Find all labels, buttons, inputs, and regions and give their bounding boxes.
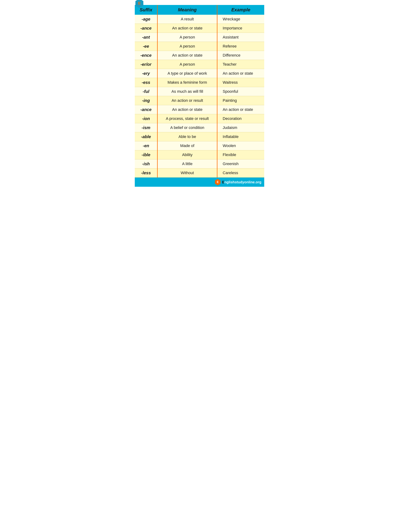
cell-example: Waitress — [217, 78, 264, 87]
table-row: -ageA resultWreckage — [135, 15, 264, 24]
table-row: -ismA belief or conditionJudaism — [135, 123, 264, 132]
cell-example: Inflatable — [217, 132, 264, 141]
cell-meaning: A person — [158, 33, 217, 42]
cell-meaning: A result — [158, 15, 217, 24]
cell-meaning: Made of — [158, 141, 217, 150]
table-row: -anceAn action or stateImportance — [135, 24, 264, 33]
suffixes-table: Suffix Meaning Example -ageA resultWreck… — [135, 5, 264, 177]
cell-suffix: -age — [135, 15, 158, 24]
footer-logo-icon: E — [215, 179, 221, 185]
cell-suffix: -ion — [135, 114, 158, 123]
table-row: -essMakes a feminine formWaitress — [135, 78, 264, 87]
cell-suffix: -ant — [135, 33, 158, 42]
page-header: E — [135, 2, 264, 5]
cell-meaning: Without — [158, 168, 217, 177]
cell-meaning: A person — [158, 60, 217, 69]
page-container: E Suffix Meaning Example -ageA resultWre… — [133, 0, 266, 187]
cell-meaning: A person — [158, 42, 217, 51]
cell-suffix: -ism — [135, 123, 158, 132]
table-row: -ingAn action or resultPainting — [135, 96, 264, 105]
cell-suffix: -able — [135, 132, 158, 141]
cell-example: Teacher — [217, 60, 264, 69]
cell-suffix: -ful — [135, 87, 158, 96]
table-row: -eryA type or place of workAn action or … — [135, 69, 264, 78]
cell-example: Importance — [217, 24, 264, 33]
cell-suffix: -ence — [135, 51, 158, 60]
footer-url: Englishstudyonline.org — [222, 180, 261, 184]
cell-suffix: -ee — [135, 42, 158, 51]
cell-suffix: -ess — [135, 78, 158, 87]
table-row: -lessWithoutCareless — [135, 168, 264, 177]
col-header-meaning: Meaning — [158, 5, 217, 15]
page-footer: E Englishstudyonline.org — [135, 177, 264, 187]
cell-example: Judaism — [217, 123, 264, 132]
cell-meaning: An action or state — [158, 105, 217, 114]
cell-suffix: -en — [135, 141, 158, 150]
cell-meaning: An action or state — [158, 24, 217, 33]
cell-meaning: An action or result — [158, 96, 217, 105]
table-row: -anceAn action or stateAn action or stat… — [135, 105, 264, 114]
cell-meaning: A type or place of work — [158, 69, 217, 78]
cell-meaning: A belief or condition — [158, 123, 217, 132]
table-row: -ableAble to beInflatable — [135, 132, 264, 141]
table-row: -antA personAssistant — [135, 33, 264, 42]
table-row: -er/orA personTeacher — [135, 60, 264, 69]
cell-meaning: A process, state or result — [158, 114, 217, 123]
cell-meaning: Able to be — [158, 132, 217, 141]
cell-example: Decoration — [217, 114, 264, 123]
cell-example: Woolen — [217, 141, 264, 150]
cell-example: Assistant — [217, 33, 264, 42]
cell-example: Greenish — [217, 159, 264, 168]
cell-meaning: An action or state — [158, 51, 217, 60]
table-header-row: Suffix Meaning Example — [135, 5, 264, 15]
cell-suffix: -ish — [135, 159, 158, 168]
cell-suffix: -er/or — [135, 60, 158, 69]
table-row: -enMade ofWoolen — [135, 141, 264, 150]
cell-example: Wreckage — [217, 15, 264, 24]
cell-example: An action or state — [217, 105, 264, 114]
cell-suffix: -ible — [135, 150, 158, 159]
cell-suffix: -ing — [135, 96, 158, 105]
col-header-example: Example — [217, 5, 264, 15]
cell-example: Spoonful — [217, 87, 264, 96]
cell-meaning: Makes a feminine form — [158, 78, 217, 87]
table-row: -ibleAbilityFlexible — [135, 150, 264, 159]
cell-example: Flexible — [217, 150, 264, 159]
cell-example: Difference — [217, 51, 264, 60]
cell-suffix: -less — [135, 168, 158, 177]
table-row: -fulAs much as will fillSpoonful — [135, 87, 264, 96]
table-row: -ishA littleGreenish — [135, 159, 264, 168]
cell-meaning: As much as will fill — [158, 87, 217, 96]
cell-suffix: -ance — [135, 105, 158, 114]
table-row: -enceAn action or stateDifference — [135, 51, 264, 60]
table-row: -eeA personReferee — [135, 42, 264, 51]
cell-meaning: Ability — [158, 150, 217, 159]
table-row: -ionA process, state or resultDecoration — [135, 114, 264, 123]
cell-meaning: A little — [158, 159, 217, 168]
cell-example: Careless — [217, 168, 264, 177]
cell-suffix: -ance — [135, 24, 158, 33]
cell-suffix: -ery — [135, 69, 158, 78]
cell-example: Referee — [217, 42, 264, 51]
cell-example: Painting — [217, 96, 264, 105]
cell-example: An action or state — [217, 69, 264, 78]
